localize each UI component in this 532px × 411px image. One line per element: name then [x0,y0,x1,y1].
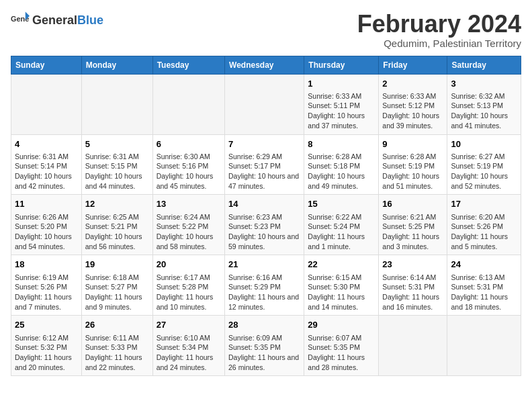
calendar-cell: 11Sunrise: 6:26 AMSunset: 5:20 PMDayligh… [11,195,82,255]
page-title: February 2024 [357,11,521,38]
calendar-cell: 15Sunrise: 6:22 AMSunset: 5:24 PMDayligh… [304,195,379,255]
day-info: Sunrise: 6:25 AMSunset: 5:21 PMDaylight:… [85,212,149,252]
day-number: 15 [308,198,375,210]
calendar-cell: 9Sunrise: 6:28 AMSunset: 5:19 PMDaylight… [379,134,447,195]
col-thursday: Thursday [304,56,379,74]
day-info: Sunrise: 6:16 AMSunset: 5:29 PMDaylight:… [228,273,300,312]
col-wednesday: Wednesday [225,56,304,74]
logo-blue-text: Blue [77,13,103,28]
calendar-cell: 3Sunrise: 6:32 AMSunset: 5:13 PMDaylight… [447,74,521,134]
day-info: Sunrise: 6:31 AMSunset: 5:14 PMDaylight:… [15,152,78,191]
day-info: Sunrise: 6:10 AMSunset: 5:34 PMDaylight:… [157,333,221,373]
day-info: Sunrise: 6:14 AMSunset: 5:31 PMDaylight:… [382,273,443,312]
day-number: 26 [85,319,149,331]
day-number: 20 [157,259,221,271]
day-info: Sunrise: 6:21 AMSunset: 5:25 PMDaylight:… [382,212,443,252]
header-row: Sunday Monday Tuesday Wednesday Thursday… [11,56,521,74]
calendar-cell [81,74,152,134]
day-number: 7 [228,138,300,150]
day-number: 8 [308,138,375,150]
day-info: Sunrise: 6:13 AMSunset: 5:31 PMDaylight:… [451,273,517,312]
calendar-cell: 18Sunrise: 6:19 AMSunset: 5:26 PMDayligh… [11,255,82,316]
header: General GeneralBlue February 2024 Qedumi… [11,11,521,49]
day-info: Sunrise: 6:09 AMSunset: 5:35 PMDaylight:… [228,333,300,373]
calendar-week-5: 25Sunrise: 6:12 AMSunset: 5:32 PMDayligh… [11,316,521,376]
day-info: Sunrise: 6:07 AMSunset: 5:35 PMDaylight:… [308,333,375,373]
day-number: 23 [382,259,443,271]
calendar-cell: 6Sunrise: 6:30 AMSunset: 5:16 PMDaylight… [152,134,224,195]
day-info: Sunrise: 6:33 AMSunset: 5:11 PMDaylight:… [308,91,375,131]
calendar-cell: 23Sunrise: 6:14 AMSunset: 5:31 PMDayligh… [379,255,447,316]
calendar-cell: 29Sunrise: 6:07 AMSunset: 5:35 PMDayligh… [304,316,379,376]
calendar-week-4: 18Sunrise: 6:19 AMSunset: 5:26 PMDayligh… [11,255,521,316]
calendar-body: 1Sunrise: 6:33 AMSunset: 5:11 PMDaylight… [11,74,521,376]
calendar-cell: 20Sunrise: 6:17 AMSunset: 5:28 PMDayligh… [152,255,224,316]
day-info: Sunrise: 6:12 AMSunset: 5:32 PMDaylight:… [15,333,78,373]
calendar-cell: 4Sunrise: 6:31 AMSunset: 5:14 PMDaylight… [11,134,82,195]
day-info: Sunrise: 6:28 AMSunset: 5:19 PMDaylight:… [382,152,443,191]
day-info: Sunrise: 6:27 AMSunset: 5:19 PMDaylight:… [451,152,517,191]
col-monday: Monday [81,56,152,74]
calendar-cell: 2Sunrise: 6:33 AMSunset: 5:12 PMDaylight… [379,74,447,134]
calendar-cell [152,74,224,134]
day-number: 3 [451,78,517,90]
calendar-cell: 25Sunrise: 6:12 AMSunset: 5:32 PMDayligh… [11,316,82,376]
calendar-cell: 8Sunrise: 6:28 AMSunset: 5:18 PMDaylight… [304,134,379,195]
calendar-cell: 16Sunrise: 6:21 AMSunset: 5:25 PMDayligh… [379,195,447,255]
day-number: 4 [15,138,78,150]
day-number: 25 [15,319,78,331]
calendar-cell: 5Sunrise: 6:31 AMSunset: 5:15 PMDaylight… [81,134,152,195]
calendar-cell: 1Sunrise: 6:33 AMSunset: 5:11 PMDaylight… [304,74,379,134]
calendar-week-1: 1Sunrise: 6:33 AMSunset: 5:11 PMDaylight… [11,74,521,134]
calendar-cell: 27Sunrise: 6:10 AMSunset: 5:34 PMDayligh… [152,316,224,376]
day-info: Sunrise: 6:17 AMSunset: 5:28 PMDaylight:… [157,273,221,312]
page-subtitle: Qedumim, Palestinian Territory [357,38,521,49]
day-number: 6 [157,138,221,150]
calendar-cell [447,316,521,376]
day-number: 29 [308,319,375,331]
day-number: 2 [382,78,443,90]
day-info: Sunrise: 6:26 AMSunset: 5:20 PMDaylight:… [15,212,78,252]
day-number: 1 [308,78,375,90]
day-number: 5 [85,138,149,150]
day-info: Sunrise: 6:32 AMSunset: 5:13 PMDaylight:… [451,91,517,131]
day-info: Sunrise: 6:22 AMSunset: 5:24 PMDaylight:… [308,212,375,252]
day-info: Sunrise: 6:33 AMSunset: 5:12 PMDaylight:… [382,91,443,131]
day-info: Sunrise: 6:31 AMSunset: 5:15 PMDaylight:… [85,152,149,191]
day-number: 27 [157,319,221,331]
day-number: 10 [451,138,517,150]
col-saturday: Saturday [447,56,521,74]
calendar-header: Sunday Monday Tuesday Wednesday Thursday… [11,56,521,74]
day-info: Sunrise: 6:29 AMSunset: 5:17 PMDaylight:… [228,152,300,191]
calendar-cell: 28Sunrise: 6:09 AMSunset: 5:35 PMDayligh… [225,316,304,376]
logo-icon: General [11,11,30,30]
calendar-cell: 12Sunrise: 6:25 AMSunset: 5:21 PMDayligh… [81,195,152,255]
day-info: Sunrise: 6:28 AMSunset: 5:18 PMDaylight:… [308,152,375,191]
calendar-cell: 19Sunrise: 6:18 AMSunset: 5:27 PMDayligh… [81,255,152,316]
calendar-cell: 13Sunrise: 6:24 AMSunset: 5:22 PMDayligh… [152,195,224,255]
day-info: Sunrise: 6:18 AMSunset: 5:27 PMDaylight:… [85,273,149,312]
day-number: 13 [157,198,221,210]
day-info: Sunrise: 6:23 AMSunset: 5:23 PMDaylight:… [228,212,300,252]
calendar-cell: 10Sunrise: 6:27 AMSunset: 5:19 PMDayligh… [447,134,521,195]
day-info: Sunrise: 6:24 AMSunset: 5:22 PMDaylight:… [157,212,221,252]
day-number: 19 [85,259,149,271]
day-info: Sunrise: 6:30 AMSunset: 5:16 PMDaylight:… [157,152,221,191]
calendar-cell [225,74,304,134]
logo: General GeneralBlue [11,11,103,30]
day-number: 16 [382,198,443,210]
day-number: 28 [228,319,300,331]
col-sunday: Sunday [11,56,82,74]
calendar-cell: 24Sunrise: 6:13 AMSunset: 5:31 PMDayligh… [447,255,521,316]
title-area: February 2024 Qedumim, Palestinian Terri… [357,11,521,49]
calendar-cell [379,316,447,376]
day-number: 21 [228,259,300,271]
day-number: 9 [382,138,443,150]
calendar-cell: 21Sunrise: 6:16 AMSunset: 5:29 PMDayligh… [225,255,304,316]
col-friday: Friday [379,56,447,74]
col-tuesday: Tuesday [152,56,224,74]
day-info: Sunrise: 6:19 AMSunset: 5:26 PMDaylight:… [15,273,78,312]
day-number: 14 [228,198,300,210]
day-number: 12 [85,198,149,210]
calendar-cell: 7Sunrise: 6:29 AMSunset: 5:17 PMDaylight… [225,134,304,195]
